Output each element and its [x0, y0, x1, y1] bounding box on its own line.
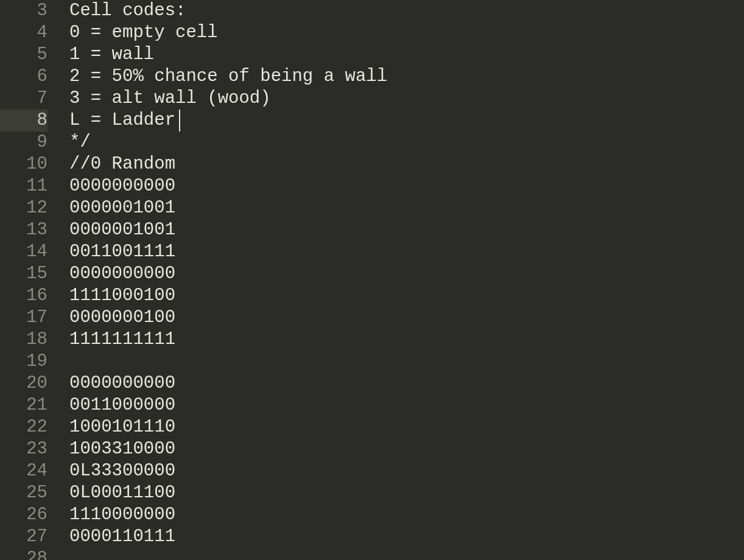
code-line[interactable]: 0000000100	[63, 307, 744, 329]
code-line[interactable]	[63, 548, 744, 560]
line-number: 8	[0, 110, 47, 131]
line-number: 7	[0, 88, 47, 110]
code-line[interactable]: 1111000100	[63, 285, 744, 307]
code-line[interactable]: 0011001111	[63, 241, 744, 263]
code-line[interactable]: 0 = empty cell	[63, 22, 744, 44]
code-line[interactable]: 1003310000	[63, 438, 744, 460]
line-number: 9	[0, 131, 47, 153]
line-number: 10	[0, 153, 47, 175]
line-number: 26	[0, 504, 47, 526]
line-number: 25	[0, 482, 47, 504]
line-number: 19	[0, 351, 47, 373]
code-line[interactable]: //0 Random	[63, 153, 744, 175]
code-line[interactable]: 1000101110	[63, 416, 744, 438]
line-number: 22	[0, 416, 47, 438]
line-number: 28	[0, 548, 47, 560]
line-number: 15	[0, 263, 47, 285]
text-cursor	[179, 110, 180, 131]
code-line[interactable]: 0L00011100	[63, 482, 744, 504]
line-number: 14	[0, 241, 47, 263]
code-line[interactable]: */	[63, 131, 744, 153]
code-line[interactable]: Cell codes:	[63, 0, 744, 22]
line-number: 24	[0, 460, 47, 482]
line-number: 16	[0, 285, 47, 307]
code-line[interactable]: 0000110111	[63, 526, 744, 548]
line-number: 20	[0, 373, 47, 394]
code-line[interactable]: 1110000000	[63, 504, 744, 526]
code-line[interactable]: 0000000000	[63, 373, 744, 394]
line-number: 18	[0, 329, 47, 351]
line-number: 12	[0, 197, 47, 219]
code-line[interactable]: L = Ladder	[63, 110, 744, 131]
code-line[interactable]: 1111111111	[63, 329, 744, 351]
line-number: 3	[0, 0, 47, 22]
line-number: 13	[0, 219, 47, 241]
code-line[interactable]: 3 = alt wall (wood)	[63, 88, 744, 110]
line-number: 21	[0, 394, 47, 416]
code-line[interactable]: 0011000000	[63, 394, 744, 416]
code-editor[interactable]: 3456789101112131415161718192021222324252…	[0, 0, 744, 560]
code-line[interactable]: 0L33300000	[63, 460, 744, 482]
line-number: 23	[0, 438, 47, 460]
code-line[interactable]: 0000001001	[63, 197, 744, 219]
line-number: 27	[0, 526, 47, 548]
line-number-gutter: 3456789101112131415161718192021222324252…	[0, 0, 63, 560]
code-line[interactable]: 0000000000	[63, 263, 744, 285]
line-number: 4	[0, 22, 47, 44]
code-area[interactable]: Cell codes:0 = empty cell1 = wall2 = 50%…	[63, 0, 744, 560]
line-number: 11	[0, 175, 47, 197]
line-number: 5	[0, 44, 47, 66]
code-line[interactable]: 0000000000	[63, 175, 744, 197]
line-number: 17	[0, 307, 47, 329]
code-line[interactable]: 2 = 50% chance of being a wall	[63, 66, 744, 88]
code-line[interactable]: 1 = wall	[63, 44, 744, 66]
code-line[interactable]	[63, 351, 744, 373]
line-number: 6	[0, 66, 47, 88]
code-line[interactable]: 0000001001	[63, 219, 744, 241]
